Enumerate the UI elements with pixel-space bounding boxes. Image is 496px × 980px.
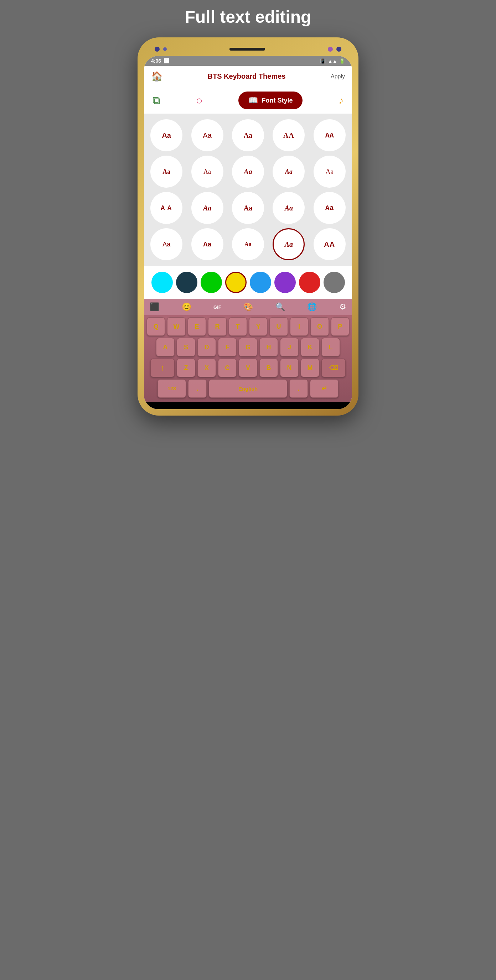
keyboard-toolbar: ⬛ 😊 GIF 🎨 🔍 🌐 ⚙: [144, 299, 352, 315]
key-P[interactable]: P: [331, 317, 349, 336]
key-R[interactable]: R: [208, 317, 226, 336]
key-O[interactable]: O: [310, 317, 329, 336]
key-Y[interactable]: Y: [249, 317, 267, 336]
key-N[interactable]: N: [280, 359, 298, 377]
font-option-10[interactable]: Aa: [314, 156, 346, 188]
home-icon[interactable]: 🏠: [151, 71, 163, 82]
key-W[interactable]: W: [167, 317, 185, 336]
copy-icon[interactable]: ⧉: [153, 94, 160, 107]
key-backspace[interactable]: ⌫: [321, 359, 346, 377]
phone-bottom-bar: [144, 402, 352, 409]
key-Z[interactable]: Z: [177, 359, 195, 377]
font-grid: Aa Aa Aa AA AA Aa Aa Aa Aa Aa A A Aa Aa …: [144, 114, 352, 266]
font-option-13[interactable]: Aa: [232, 192, 264, 224]
emoji-icon[interactable]: 😊: [182, 302, 191, 312]
font-option-19[interactable]: Aa: [273, 228, 305, 260]
settings-icon[interactable]: ⚙: [339, 302, 346, 312]
color-purple[interactable]: [274, 272, 296, 293]
key-A[interactable]: A: [156, 338, 175, 356]
font-option-6[interactable]: Aa: [150, 156, 182, 188]
font-option-16[interactable]: Aa: [150, 228, 182, 260]
key-U[interactable]: U: [270, 317, 287, 336]
key-row-1: Q W E R T Y U I O P: [147, 317, 349, 336]
font-style-button[interactable]: 📖 Font Style: [238, 92, 303, 109]
apply-button[interactable]: Apply: [331, 73, 345, 80]
color-green[interactable]: [201, 272, 222, 293]
color-blue[interactable]: [250, 272, 271, 293]
key-V[interactable]: V: [239, 359, 257, 377]
key-G[interactable]: G: [239, 338, 257, 356]
key-row-2: A S D F G H J K L: [147, 338, 349, 356]
key-M[interactable]: M: [301, 359, 319, 377]
font-option-15[interactable]: Aa: [314, 192, 346, 224]
camera-dot-3: [337, 47, 341, 52]
key-C[interactable]: C: [218, 359, 237, 377]
circle-icon[interactable]: ○: [196, 94, 203, 107]
phone-top-bar: [144, 44, 352, 54]
key-enter[interactable]: ↵: [310, 379, 338, 398]
key-123[interactable]: 123: [158, 379, 186, 398]
vibrate-icon: 📳: [320, 59, 326, 64]
palette-icon[interactable]: 🎨: [243, 302, 253, 312]
camera-dot-1: [155, 47, 159, 52]
key-shift[interactable]: ↑: [150, 359, 175, 377]
page-wrapper: Full text editing 4:06 🅿 📳: [124, 7, 372, 415]
keyboard-keys: Q W E R T Y U I O P A S: [144, 315, 352, 402]
key-X[interactable]: X: [198, 359, 216, 377]
key-B[interactable]: B: [259, 359, 278, 377]
key-E[interactable]: E: [188, 317, 206, 336]
phone-screen: 4:06 🅿 📳 ▲▲ 🔋 🏠 BTS Keyboard Themes Appl…: [144, 56, 352, 409]
key-period-right[interactable]: .: [289, 379, 308, 398]
key-Q[interactable]: Q: [147, 317, 165, 336]
app-header: 🏠 BTS Keyboard Themes Apply: [144, 66, 352, 87]
font-option-18[interactable]: Aa: [232, 228, 264, 260]
key-F[interactable]: F: [218, 338, 237, 356]
battery-icon: 🔋: [339, 59, 345, 64]
font-option-9[interactable]: Aa: [273, 156, 305, 188]
font-option-8[interactable]: Aa: [232, 156, 264, 188]
key-L[interactable]: L: [321, 338, 340, 356]
font-option-1[interactable]: Aa: [150, 119, 182, 151]
signal-icon: ▲▲: [328, 59, 337, 64]
toolbar-row: ⧉ ○ 📖 Font Style ♪: [144, 87, 352, 114]
parking-icon: 🅿: [164, 58, 169, 64]
font-option-11[interactable]: A A: [150, 192, 182, 224]
key-space[interactable]: English: [209, 379, 287, 398]
key-H[interactable]: H: [259, 338, 278, 356]
search-icon[interactable]: 🔍: [276, 302, 285, 312]
camera-dot-purple: [328, 47, 333, 52]
key-period-left[interactable]: .: [188, 379, 207, 398]
font-option-7[interactable]: Aa: [191, 156, 223, 188]
key-K[interactable]: K: [301, 338, 319, 356]
color-yellow[interactable]: [225, 272, 247, 293]
color-row: [144, 266, 352, 299]
globe-icon[interactable]: 🌐: [307, 302, 317, 312]
keyboard-area: Q W E R T Y U I O P A S: [144, 315, 352, 402]
color-gray[interactable]: [324, 272, 345, 293]
font-option-3[interactable]: Aa: [232, 119, 264, 151]
color-red[interactable]: [299, 272, 321, 293]
app-title: BTS Keyboard Themes: [163, 72, 331, 81]
music-icon[interactable]: ♪: [338, 95, 343, 106]
key-S[interactable]: S: [177, 338, 195, 356]
key-row-3: ↑ Z X C V B N M ⌫: [147, 359, 349, 377]
font-option-14[interactable]: Aa: [273, 192, 305, 224]
font-option-20[interactable]: AA: [314, 228, 346, 260]
font-style-label: Font Style: [262, 97, 293, 104]
font-option-4[interactable]: AA: [273, 119, 305, 151]
key-T[interactable]: T: [229, 317, 247, 336]
key-D[interactable]: D: [198, 338, 216, 356]
message-icon[interactable]: ⬛: [150, 302, 159, 312]
font-option-17[interactable]: Aa: [191, 228, 223, 260]
font-option-2[interactable]: Aa: [191, 119, 223, 151]
gif-button[interactable]: GIF: [214, 304, 221, 310]
status-bar: 4:06 🅿 📳 ▲▲ 🔋: [144, 56, 352, 66]
key-I[interactable]: I: [290, 317, 308, 336]
key-J[interactable]: J: [280, 338, 298, 356]
time-display: 4:06: [151, 58, 161, 64]
status-left: 4:06 🅿: [151, 58, 169, 64]
color-cyan[interactable]: [152, 272, 173, 293]
font-option-12[interactable]: Aa: [191, 192, 223, 224]
font-option-5[interactable]: AA: [314, 119, 346, 151]
color-dark-teal[interactable]: [176, 272, 198, 293]
